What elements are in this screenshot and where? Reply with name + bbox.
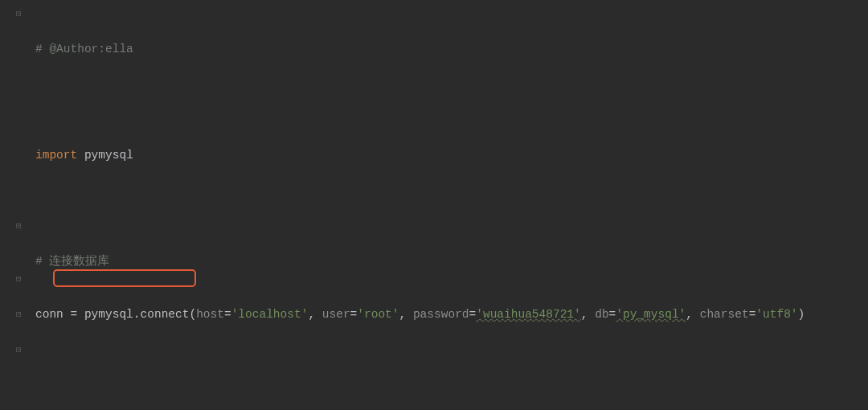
code-area[interactable]: # @Author:ella import pymysql # 连接数据库 co… (0, 5, 868, 410)
fold-icon[interactable]: ⊟ (16, 5, 26, 23)
connect-line: conn = pymysql.connect(host='localhost',… (35, 305, 868, 323)
comment: # 连接数据库 (35, 255, 109, 268)
fold-icon[interactable]: ⊟ (16, 341, 26, 359)
module-name: pymysql (84, 149, 133, 162)
fold-icon[interactable]: ⊟ (16, 270, 26, 288)
keyword-import: import (35, 149, 77, 162)
fold-icon[interactable]: ⊟ (16, 217, 26, 235)
fold-icon[interactable]: ⊟ (16, 305, 26, 323)
comment: # @Author:ella (35, 43, 133, 55)
gutter: ⊟ ⊟ ⊟ ⊟ ⊟ (0, 0, 32, 410)
code-editor[interactable]: ⊟ ⊟ ⊟ ⊟ ⊟ # @Author:ella import pymysql … (0, 0, 868, 410)
